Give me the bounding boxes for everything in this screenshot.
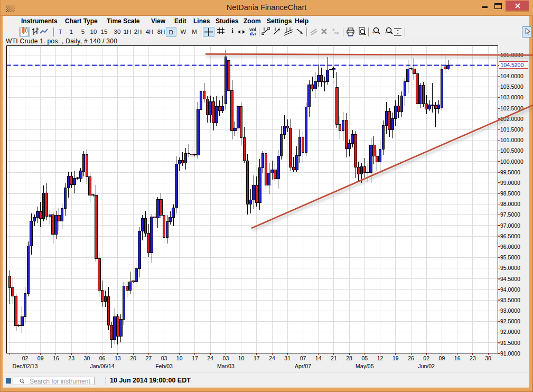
svg-text:24: 24	[207, 355, 213, 361]
svg-text:100.5000: 100.5000	[500, 147, 523, 154]
svg-text:20: 20	[130, 355, 136, 361]
svg-text:12: 12	[377, 355, 384, 361]
svg-text:100.0000: 100.0000	[500, 158, 523, 165]
svg-text:26: 26	[408, 355, 414, 361]
svg-text:101.5000: 101.5000	[500, 126, 523, 133]
svg-text:21: 21	[331, 355, 337, 361]
svg-text:17: 17	[254, 355, 260, 361]
svg-text:Dec/02/13: Dec/02/13	[13, 363, 38, 369]
svg-text:27: 27	[145, 355, 152, 361]
svg-text:94.5000: 94.5000	[500, 276, 520, 282]
svg-text:92.5000: 92.5000	[500, 318, 520, 324]
svg-text:13: 13	[115, 355, 121, 361]
svg-text:95.5000: 95.5000	[500, 254, 520, 260]
svg-text:31: 31	[284, 355, 291, 361]
svg-text:17: 17	[192, 355, 198, 361]
svg-text:30: 30	[84, 355, 90, 361]
svg-text:99.0000: 99.0000	[500, 180, 520, 186]
svg-text:Apr/07: Apr/07	[295, 363, 311, 369]
svg-text:10: 10	[176, 355, 183, 361]
svg-text:23: 23	[470, 355, 476, 361]
svg-text:06: 06	[99, 355, 106, 361]
svg-text:02: 02	[22, 355, 29, 361]
svg-text:09: 09	[439, 355, 445, 361]
svg-text:16: 16	[454, 355, 461, 361]
svg-text:101.0000: 101.0000	[500, 137, 523, 143]
svg-text:03: 03	[223, 355, 229, 361]
svg-text:103.0000: 103.0000	[500, 94, 523, 100]
svg-text:96.5000: 96.5000	[500, 233, 520, 239]
svg-text:10: 10	[238, 355, 245, 361]
svg-text:05: 05	[361, 355, 368, 361]
svg-text:104.0000: 104.0000	[500, 73, 523, 79]
svg-text:98.0000: 98.0000	[500, 201, 520, 207]
svg-text:96.0000: 96.0000	[500, 244, 520, 250]
svg-text:23: 23	[68, 355, 74, 361]
svg-text:103.5000: 103.5000	[500, 83, 523, 90]
svg-text:07: 07	[300, 355, 306, 361]
svg-text:Feb/03: Feb/03	[155, 363, 173, 369]
svg-text:93.5000: 93.5000	[500, 297, 520, 303]
svg-text:99.5000: 99.5000	[500, 169, 520, 175]
svg-text:Jan/06/14: Jan/06/14	[90, 363, 115, 369]
svg-text:91.5000: 91.5000	[500, 340, 520, 346]
svg-text:104.5200: 104.5200	[501, 62, 524, 68]
svg-text:14: 14	[315, 355, 322, 361]
svg-text:94.0000: 94.0000	[500, 286, 520, 293]
svg-text:93.0000: 93.0000	[500, 307, 520, 314]
svg-text:Mar/03: Mar/03	[217, 363, 235, 369]
svg-text:97.5000: 97.5000	[500, 211, 520, 218]
svg-text:03: 03	[161, 355, 167, 361]
svg-text:98.5000: 98.5000	[500, 190, 520, 197]
svg-text:30: 30	[485, 355, 491, 361]
svg-text:102.0000: 102.0000	[500, 116, 523, 122]
svg-text:19: 19	[392, 355, 399, 361]
svg-text:92.0000: 92.0000	[500, 329, 520, 335]
svg-text:May/05: May/05	[356, 363, 374, 369]
svg-text:24: 24	[269, 355, 275, 361]
svg-text:16: 16	[53, 355, 59, 361]
svg-text:09: 09	[38, 355, 44, 361]
svg-text:97.0000: 97.0000	[500, 222, 520, 229]
svg-text:28: 28	[346, 355, 352, 361]
svg-text:95.0000: 95.0000	[500, 265, 520, 271]
svg-text:91.0000: 91.0000	[500, 350, 520, 357]
svg-text:02: 02	[423, 355, 429, 361]
svg-text:WTI Crude 1. pos. , Daily, # 1: WTI Crude 1. pos. , Daily, # 140 / 300	[6, 38, 117, 45]
svg-text:Jun/02: Jun/02	[418, 363, 435, 369]
